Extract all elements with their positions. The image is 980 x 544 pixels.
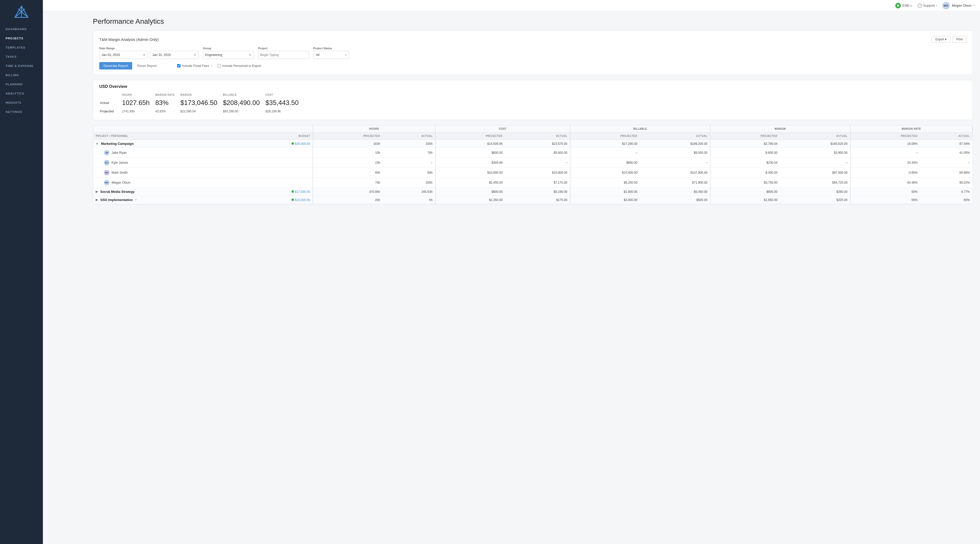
sidebar-item-tasks[interactable]: TASKS: [0, 52, 43, 61]
billable-projected: $3,000.00: [570, 196, 640, 204]
overview-projected-hours: 1741.95h: [122, 108, 155, 114]
person-avatar: JR: [104, 150, 110, 156]
overview-col-margin: MARGIN: [180, 93, 223, 97]
table-row[interactable]: ▶ Social Media Strategy $17,000.00 470.9…: [93, 188, 972, 196]
project-help-icon[interactable]: ?: [135, 198, 137, 201]
overview-projected-margin-rate: 43.93%: [155, 108, 180, 114]
status-select[interactable]: All Active Archived: [316, 53, 346, 57]
expand-icon[interactable]: ▼: [96, 142, 99, 145]
sidebar-item-analytics[interactable]: ANALYTICS: [0, 89, 43, 98]
person-hours-actual: 70h: [383, 148, 435, 158]
play-button[interactable]: [895, 3, 901, 8]
include-personnel-checkbox[interactable]: [218, 64, 221, 67]
project-budget[interactable]: $17,000.00: [295, 190, 310, 194]
person-billable-projected: $10,400.00: [570, 168, 640, 178]
overview-col-margin-rate: MARGIN RATE: [155, 93, 180, 97]
hours-actual: 5h: [383, 196, 435, 204]
th-group-cost: COST: [435, 125, 570, 132]
sidebar-item-projects[interactable]: PROJECTS: [0, 34, 43, 43]
group-input-wrap[interactable]: ✕: [203, 51, 254, 59]
date-from-input-wrap[interactable]: ✕: [99, 51, 148, 59]
sidebar-item-dashboard[interactable]: DASHBOARD: [0, 24, 43, 34]
project-input[interactable]: [260, 53, 307, 57]
person-cost-projected: $2,450.00: [435, 178, 505, 188]
generate-report-button[interactable]: Generate Report: [99, 62, 132, 69]
person-margin-rate-actual: –: [920, 158, 972, 168]
sidebar-item-insights[interactable]: INSIGHTS: [0, 98, 43, 107]
person-name: Kyle James: [111, 161, 128, 164]
person-billable-actual: $71,900.00: [640, 178, 710, 188]
group-input[interactable]: [205, 53, 248, 57]
project-name: Marketing Campaign: [101, 142, 134, 145]
table-row: MS Mark Smith 60h 60h $10,800.00 $10,800…: [93, 168, 972, 178]
date-to-input[interactable]: [152, 53, 192, 57]
sidebar-item-time-expense[interactable]: TIME & EXPENSE: [0, 61, 43, 70]
project-name-cell[interactable]: ▼ Marketing Campaign: [93, 140, 237, 148]
overview-row-projected: Projected 1741.95h 43.93% $22,090.04 $50…: [100, 108, 304, 114]
export-button[interactable]: Export ▾: [932, 36, 950, 43]
billable-actual: $500.00: [640, 196, 710, 204]
sidebar-logo[interactable]: [0, 0, 43, 22]
person-margin-rate-projected: -3.85%: [850, 168, 920, 178]
user-name: Megan Olson: [952, 3, 972, 7]
th-hours-projected: PROJECTED: [313, 132, 383, 140]
overview-projected-label: Projected: [100, 108, 121, 114]
overview-actual-margin: $173,046.50: [180, 98, 223, 108]
reset-report-button[interactable]: Reset Report: [137, 64, 157, 68]
sidebar-item-settings[interactable]: SETTINGS: [0, 107, 43, 116]
fixed-fees-help-icon[interactable]: ?: [211, 64, 212, 67]
sidebar-item-planning[interactable]: PLANNING: [0, 80, 43, 89]
expand-icon[interactable]: ▶: [96, 198, 98, 201]
group-clear-icon[interactable]: ✕: [248, 53, 251, 57]
support-menu[interactable]: ? Support ▾: [918, 3, 937, 8]
include-fixed-fees-checkbox[interactable]: [177, 64, 180, 67]
date-to-input-wrap[interactable]: ✕: [150, 51, 199, 59]
person-billable-projected: –: [570, 148, 640, 158]
project-budget[interactable]: $38,000.00: [295, 142, 310, 145]
status-select-wrap[interactable]: All Active Archived ▾: [313, 51, 349, 59]
hours-actual: 245.63h: [383, 188, 435, 196]
person-name-cell: KJ Kyle James: [93, 158, 237, 168]
report-config-card: T&M Margin Analysis (Admin Only) Export …: [93, 31, 973, 75]
sidebar-item-billing[interactable]: BILLING: [0, 70, 43, 80]
include-personnel-label: Include Personnel in Export: [222, 64, 261, 68]
person-name: Megan Olson: [111, 181, 130, 184]
person-billable-projected: $6,200.00: [570, 178, 640, 188]
table-row[interactable]: ▶ SSO Implementation ? $10,000.00 20h 5h…: [93, 196, 972, 204]
person-billable-actual: $9,500.00: [640, 148, 710, 158]
person-name: Mark Smith: [111, 171, 127, 174]
person-cost-actual: $5,600.00: [505, 148, 570, 158]
sidebar-nav: DASHBOARD PROJECTS TEMPLATES TASKS TIME …: [0, 22, 43, 544]
timer-widget[interactable]: 0:001s: [895, 3, 912, 8]
person-margin-projected: $-800.00: [710, 148, 780, 158]
cost-actual: $5,190.00: [505, 188, 570, 196]
date-from-clear-icon[interactable]: ✕: [143, 53, 146, 57]
date-from-input[interactable]: [102, 53, 142, 57]
person-billable-actual: $107,800.00: [640, 168, 710, 178]
table-row: JR Jake Ryan 10h 70h $800.00 $5,600.00 –…: [93, 148, 972, 158]
print-button[interactable]: Print: [953, 36, 966, 43]
project-name-cell[interactable]: ▶ Social Media Strategy: [93, 188, 237, 196]
timer-value: 0:001s: [902, 3, 912, 7]
th-hours-actual: ACTUAL: [383, 132, 435, 140]
person-hours-projected: 70h: [313, 178, 383, 188]
person-hours-actual: 205h: [383, 178, 435, 188]
margin-rate-actual: 4.77%: [920, 188, 972, 196]
expand-icon[interactable]: ▶: [96, 190, 98, 193]
group-label: Group: [203, 47, 254, 50]
user-menu[interactable]: MO Megan Olson ▾: [942, 2, 975, 10]
project-name: Social Media Strategy: [100, 190, 135, 194]
sidebar-item-templates[interactable]: TEMPLATES: [0, 43, 43, 52]
project-name-cell[interactable]: ▶ SSO Implementation ?: [93, 196, 237, 204]
project-input-wrap[interactable]: [258, 51, 309, 59]
billable-projected: $1,600.00: [570, 188, 640, 196]
overview-col-hours: HOURS: [122, 93, 155, 97]
table-row[interactable]: ▼ Marketing Campaign $38,000.00 163h 335…: [93, 140, 972, 148]
project-budget[interactable]: $10,000.00: [295, 198, 310, 202]
margin-projected: $1,650.00: [710, 196, 780, 204]
margin-rate-projected: 55%: [850, 196, 920, 204]
th-group-margin: MARGIN: [710, 125, 850, 132]
date-to-clear-icon[interactable]: ✕: [193, 53, 197, 57]
table-row: MO Megan Olson 70h 205h $2,450.00 $7,175…: [93, 178, 972, 188]
person-budget: [237, 158, 313, 168]
